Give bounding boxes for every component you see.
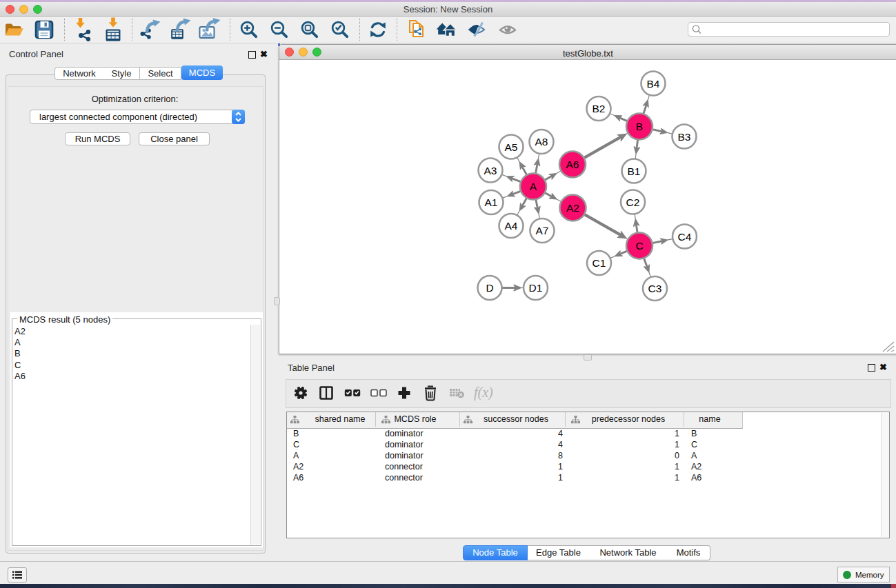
svg-text:A1: A1	[485, 196, 498, 208]
svg-text:A: A	[530, 181, 537, 192]
svg-text:A5: A5	[505, 141, 518, 153]
svg-text:B: B	[636, 121, 643, 132]
svg-text:A4: A4	[505, 220, 518, 232]
svg-text:B4: B4	[647, 78, 660, 90]
svg-text:D1: D1	[529, 282, 543, 294]
svg-text:B2: B2	[593, 103, 606, 114]
svg-text:C2: C2	[626, 196, 640, 208]
svg-text:A2: A2	[566, 202, 579, 214]
svg-text:C1: C1	[593, 257, 606, 269]
svg-text:A3: A3	[484, 165, 497, 176]
svg-text:A8: A8	[535, 136, 548, 148]
svg-text:B3: B3	[678, 131, 691, 143]
svg-text:C3: C3	[648, 283, 662, 294]
svg-text:C: C	[635, 240, 643, 252]
svg-text:B1: B1	[628, 165, 641, 177]
svg-text:A7: A7	[536, 225, 549, 236]
svg-text:A6: A6	[566, 159, 579, 170]
svg-text:C4: C4	[678, 231, 692, 243]
svg-text:D: D	[486, 282, 493, 294]
